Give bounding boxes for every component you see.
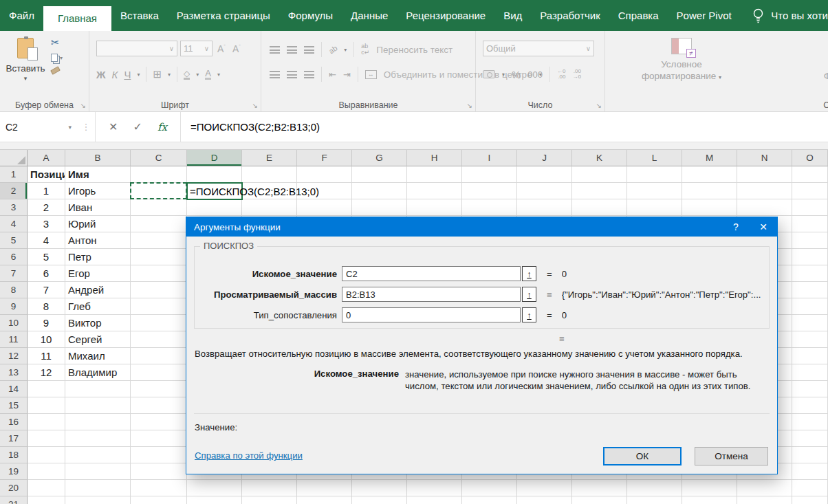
cell-A5[interactable]: 4 bbox=[28, 232, 65, 249]
row-header-2[interactable]: 2 bbox=[0, 183, 28, 199]
cell-O10[interactable] bbox=[792, 315, 828, 331]
cell-D1[interactable] bbox=[187, 166, 242, 183]
conditional-formatting-button[interactable]: ≠ Условное форматирование ▾ bbox=[637, 38, 726, 83]
increase-decimal-icon[interactable]: ←0.00 bbox=[557, 69, 565, 80]
cell-L21[interactable] bbox=[627, 496, 682, 504]
dialog-help-button[interactable]: ? bbox=[722, 217, 750, 237]
cell-O6[interactable] bbox=[792, 249, 828, 265]
cell-G2[interactable] bbox=[352, 183, 407, 199]
tab-главная[interactable]: Главная bbox=[43, 6, 111, 31]
row-header-13[interactable]: 13 bbox=[0, 364, 28, 381]
cell-C17[interactable] bbox=[131, 430, 187, 447]
cell-M2[interactable] bbox=[682, 183, 737, 199]
cell-A10[interactable]: 9 bbox=[28, 315, 65, 331]
cell-A15[interactable] bbox=[28, 397, 65, 414]
row-header-18[interactable]: 18 bbox=[0, 447, 28, 463]
cell-O17[interactable] bbox=[792, 430, 828, 447]
cell-C9[interactable] bbox=[131, 298, 187, 315]
cell-A21[interactable] bbox=[28, 496, 65, 504]
cell-B5[interactable]: Антон bbox=[65, 232, 131, 249]
font-name-select[interactable]: ∨ bbox=[96, 41, 177, 56]
column-header-I[interactable]: I bbox=[462, 150, 517, 166]
cell-B4[interactable]: Юрий bbox=[65, 216, 131, 232]
cell-C20[interactable] bbox=[131, 480, 187, 496]
cell-C11[interactable] bbox=[131, 331, 187, 348]
cell-O1[interactable] bbox=[792, 166, 828, 183]
cell-B20[interactable] bbox=[65, 480, 131, 496]
cell-B12[interactable]: Михаил bbox=[65, 348, 131, 364]
cell-B7[interactable]: Егор bbox=[65, 265, 131, 282]
row-header-20[interactable]: 20 bbox=[0, 480, 28, 496]
cell-I2[interactable] bbox=[462, 183, 517, 199]
cell-B6[interactable]: Петр bbox=[65, 249, 131, 265]
comma-style-button[interactable]: 000 bbox=[527, 69, 543, 80]
cell-B15[interactable] bbox=[65, 397, 131, 414]
row-header-16[interactable]: 16 bbox=[0, 414, 28, 430]
column-header-M[interactable]: M bbox=[682, 150, 737, 166]
tab-справка[interactable]: Справка bbox=[609, 0, 668, 31]
cell-B10[interactable]: Виктор bbox=[65, 315, 131, 331]
cell-E3[interactable] bbox=[242, 199, 297, 216]
cell-C16[interactable] bbox=[131, 414, 187, 430]
enter-entry-icon[interactable]: ✓ bbox=[133, 120, 142, 133]
cell-F3[interactable] bbox=[297, 199, 352, 216]
cancel-button[interactable]: Отмена bbox=[695, 447, 768, 465]
cell-N20[interactable] bbox=[737, 480, 792, 496]
percent-style-button[interactable]: % bbox=[512, 69, 521, 80]
cell-A2[interactable]: 1 bbox=[28, 183, 65, 199]
row-header-6[interactable]: 6 bbox=[0, 249, 28, 265]
cell-O5[interactable] bbox=[792, 232, 828, 249]
cell-C4[interactable] bbox=[131, 216, 187, 232]
cell-O12[interactable] bbox=[792, 348, 828, 364]
column-header-O[interactable]: O bbox=[792, 150, 828, 166]
row-header-21[interactable]: 21 bbox=[0, 496, 28, 504]
copy-button[interactable]: ▾ bbox=[51, 54, 63, 62]
row-header-17[interactable]: 17 bbox=[0, 430, 28, 447]
increase-indent-icon[interactable]: ⇥ bbox=[343, 69, 351, 80]
cell-C6[interactable] bbox=[131, 249, 187, 265]
cell-O8[interactable] bbox=[792, 282, 828, 298]
active-cell-D2[interactable]: =ПОИСКПОЗ(C2;B2:B13;0) bbox=[186, 182, 243, 200]
cell-O21[interactable] bbox=[792, 496, 828, 504]
cell-C14[interactable] bbox=[131, 381, 187, 397]
cell-O11[interactable] bbox=[792, 331, 828, 348]
cell-B9[interactable]: Глеб bbox=[65, 298, 131, 315]
row-header-1[interactable]: 1 bbox=[0, 166, 28, 183]
decrease-indent-icon[interactable]: ⇤ bbox=[329, 69, 336, 80]
cell-G1[interactable] bbox=[352, 166, 407, 183]
cell-H1[interactable] bbox=[407, 166, 462, 183]
ok-button[interactable]: ОК bbox=[603, 447, 682, 465]
underline-button[interactable]: Ч bbox=[124, 69, 131, 80]
dialog-title-bar[interactable]: Аргументы функции ? ✕ bbox=[186, 217, 777, 237]
cell-H20[interactable] bbox=[407, 480, 462, 496]
underline-dropdown-arrow[interactable]: ▾ bbox=[137, 72, 140, 78]
column-header-C[interactable]: C bbox=[131, 150, 187, 166]
cell-G3[interactable] bbox=[352, 199, 407, 216]
cell-C3[interactable] bbox=[131, 199, 187, 216]
cell-N2[interactable] bbox=[737, 183, 792, 199]
paste-dropdown-arrow[interactable]: ▾ bbox=[24, 75, 28, 82]
cut-icon[interactable]: ✂ bbox=[51, 38, 63, 47]
dialog-close-icon[interactable]: ✕ bbox=[750, 217, 777, 237]
cell-E21[interactable] bbox=[242, 496, 297, 504]
accounting-dropdown-arrow[interactable]: ▾ bbox=[502, 72, 505, 78]
row-header-4[interactable]: 4 bbox=[0, 216, 28, 232]
tell-me[interactable]: Что вы хоти bbox=[752, 0, 828, 31]
cell-K2[interactable] bbox=[572, 183, 627, 199]
cell-L1[interactable] bbox=[627, 166, 682, 183]
align-middle-icon[interactable] bbox=[287, 46, 297, 54]
cell-A8[interactable]: 7 bbox=[28, 282, 65, 298]
cell-B3[interactable]: Иван bbox=[65, 199, 131, 216]
clipboard-dialog-launcher-icon[interactable]: ↘ bbox=[80, 102, 86, 109]
cell-M1[interactable] bbox=[682, 166, 737, 183]
cell-D3[interactable] bbox=[187, 199, 242, 216]
align-top-icon[interactable] bbox=[270, 46, 280, 54]
cell-N1[interactable] bbox=[737, 166, 792, 183]
cell-O16[interactable] bbox=[792, 414, 828, 430]
range-picker-icon[interactable]: ↑ bbox=[522, 287, 536, 302]
cell-C1[interactable] bbox=[131, 166, 187, 183]
column-header-H[interactable]: H bbox=[407, 150, 462, 166]
name-box[interactable]: C2 ▾ bbox=[0, 112, 77, 142]
cell-D20[interactable] bbox=[187, 480, 242, 496]
column-header-F[interactable]: F bbox=[297, 150, 352, 166]
